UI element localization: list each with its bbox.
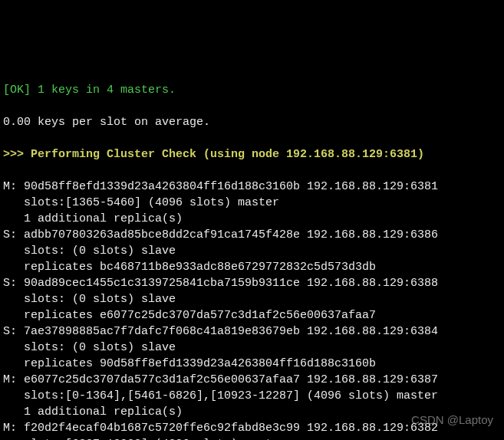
check-prefix: >>> Performing Cluster Check [3,148,203,161]
node-replica-info: replicates 90d58ff8efd1339d23a4263804ff1… [3,356,501,372]
node-replica-info: replicates bc468711b8e933adc88e672977283… [3,259,501,275]
node-header: M: f20d2f4ecaf04b1687c5720ffe6c92fabd8e3… [3,420,501,436]
ok-line: [OK] 1 keys in 4 masters. [3,82,501,98]
node-header: S: 7ae37898885ac7f7dafc7f068c41a819e8367… [3,323,501,340]
node-replica-info: 1 additional replica(s) [3,404,501,420]
node-slots: slots:[0-1364],[5461-6826],[10923-12287]… [3,388,501,404]
node-header: S: 90ad89cec1455c1c3139725841cba7159b931… [3,275,501,291]
node-header: M: 90d58ff8efd1339d23a4263804ff16d188c31… [3,179,501,195]
node-list: M: 90d58ff8efd1339d23a4263804ff16d188c31… [3,179,501,440]
check-line: >>> Performing Cluster Check (using node… [3,146,501,163]
ok-text: 1 keys in 4 masters. [38,84,176,97]
node-replica-info: replicates e6077c25dc3707da577c3d1af2c56… [3,307,501,323]
node-slots: slots:[6827-10922] (4096 slots) master [3,436,501,440]
check-node: (using node 192.168.88.129:6381) [203,148,424,161]
node-slots: slots: (0 slots) slave [3,340,501,356]
avg-line: 0.00 keys per slot on average. [3,114,501,130]
terminal-output: [OK] 1 keys in 4 masters. 0.00 keys per … [3,66,501,440]
ok-prefix: [OK] [3,84,38,97]
node-slots: slots: (0 slots) slave [3,291,501,307]
node-slots: slots:[1365-5460] (4096 slots) master [3,195,501,211]
node-slots: slots: (0 slots) slave [3,243,501,259]
node-header: M: e6077c25dc3707da577c3d1af2c56e00637af… [3,372,501,388]
node-header: S: adbb707803263ad85bce8dd2caf91ca1745f4… [3,227,501,243]
node-replica-info: 1 additional replica(s) [3,211,501,227]
